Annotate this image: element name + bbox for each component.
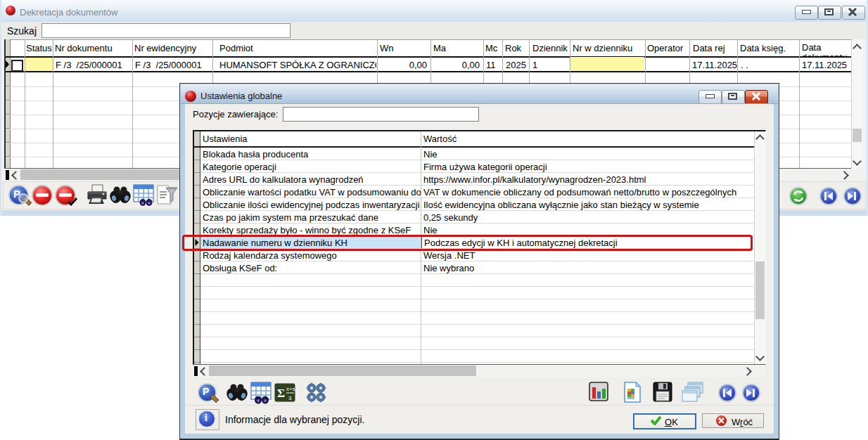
svg-text:Σ: Σ bbox=[277, 387, 285, 400]
svg-text:x+s: x+s bbox=[286, 386, 295, 392]
svg-text:3: 3 bbox=[288, 395, 292, 401]
